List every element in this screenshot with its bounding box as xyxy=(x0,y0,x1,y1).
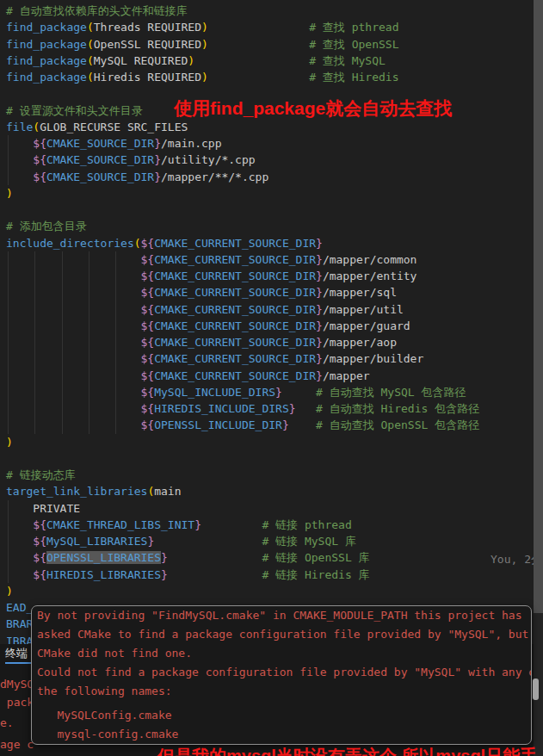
code-token: /mapper xyxy=(323,369,370,382)
code-token: } xyxy=(316,352,323,365)
code-line: ${CMAKE_CURRENT_SOURCE_DIR}/mapper/commo… xyxy=(6,251,479,268)
hand-annotation-mysql: 但是我的mysql当时没有弄这个,所以mysql只能手 动引入 xyxy=(157,698,537,756)
code-token: ${ xyxy=(33,170,46,183)
code-line: ${CMAKE_SOURCE_DIR}/mapper/**/*.cpp xyxy=(6,169,479,185)
code-token: ( xyxy=(87,21,94,34)
code-token: # 链接 MySQL 库 xyxy=(262,535,355,548)
code-token: ${ xyxy=(141,418,155,431)
code-token: ${ xyxy=(141,253,155,266)
code-token: ${ xyxy=(33,518,46,531)
code-line: find_package(OpenSSL REQUIRED) # 查找 Open… xyxy=(6,36,479,53)
code-token: ${ xyxy=(33,137,46,150)
code-token xyxy=(296,402,316,415)
code-line: find_package(Threads REQUIRED) # 查找 pthr… xyxy=(6,19,479,35)
code-token: MySQL_LIBRARIES xyxy=(46,535,147,548)
code-token: ( xyxy=(87,71,94,84)
code-line: ${CMAKE_CURRENT_SOURCE_DIR}/mapper/guard xyxy=(6,318,479,334)
code-token: ${ xyxy=(33,568,46,581)
indent-guide xyxy=(62,251,63,434)
terminal-output-fragment: pack xyxy=(0,695,34,710)
code-token: # 查找 OpenSSL xyxy=(309,38,398,51)
code-token xyxy=(6,270,141,282)
code-line: ${OPENSSL_LIBRARIES} # 链接 OpenSSL 库 xyxy=(6,549,479,566)
code-token: CMAKE_CURRENT_SOURCE_DIR xyxy=(154,352,316,365)
code-token: CMAKE_CURRENT_SOURCE_DIR xyxy=(154,336,316,349)
tab-active-underline xyxy=(5,662,34,664)
code-token: # 链接 pthread xyxy=(262,518,351,531)
code-token xyxy=(6,386,141,399)
code-token xyxy=(6,319,141,332)
code-token: CMAKE_CURRENT_SOURCE_DIR xyxy=(154,369,316,382)
code-line: # 自动查找依赖库的头文件和链接库 xyxy=(6,3,479,19)
code-token: /mapper/common xyxy=(323,253,417,266)
indent-guide xyxy=(34,251,35,434)
code-token xyxy=(194,54,309,67)
code-token: main xyxy=(154,485,181,498)
code-token: CMAKE_CURRENT_SOURCE_DIR xyxy=(154,253,316,266)
code-token: EAD_ xyxy=(6,601,33,614)
code-token xyxy=(208,38,309,51)
code-token xyxy=(289,418,316,431)
editor-scrollbar-thumb[interactable] xyxy=(534,0,543,613)
terminal-output-fragment: age c xyxy=(0,737,34,753)
code-token: ${ xyxy=(141,286,155,299)
popup-paragraph: Could not find a package configuration f… xyxy=(37,663,531,701)
code-token: Threads REQUIRED xyxy=(94,21,201,34)
code-token: ${ xyxy=(141,237,155,250)
code-line: ${MySQL_LIBRARIES} # 链接 MySQL 库 xyxy=(6,533,479,549)
code-token: GLOB_RECURSE SRC_FILES xyxy=(40,121,188,133)
code-line: target_link_libraries(main xyxy=(6,483,479,499)
code-token: # 查找 MySQL xyxy=(309,54,386,67)
code-token: # 自动查找 Hiredis 包含路径 xyxy=(316,402,479,415)
popup-line: asked CMake to find a package configurat… xyxy=(37,625,531,644)
hand-annotation-mysql-line1: 但是我的mysql当时没有弄这个,所以mysql只能手 xyxy=(157,745,537,756)
code-token: ) xyxy=(201,71,208,84)
code-token: # 自动查找依赖库的头文件和链接库 xyxy=(6,4,188,17)
code-token: } xyxy=(316,319,323,332)
code-token: /mapper/entity xyxy=(323,270,417,282)
code-token xyxy=(6,369,141,382)
code-token: PRIVATE xyxy=(6,502,80,515)
code-line: ${CMAKE_CURRENT_SOURCE_DIR}/mapper/aop xyxy=(6,334,479,350)
code-token: /mapper/util xyxy=(323,303,404,316)
code-token: } xyxy=(275,386,282,399)
code-token: CMAKE_CURRENT_SOURCE_DIR xyxy=(154,319,316,332)
code-token: ${ xyxy=(141,336,155,349)
code-token: /mapper/sql xyxy=(323,286,397,299)
indent-guide xyxy=(89,251,89,434)
code-token xyxy=(6,568,33,581)
code-token: file xyxy=(6,121,33,133)
code-token: } xyxy=(316,369,323,382)
code-token: OPENSSL_LIBRARIES xyxy=(46,551,161,564)
code-token: /mapper/aop xyxy=(323,336,397,349)
code-token: ) xyxy=(201,38,208,51)
code-line: ${CMAKE_CURRENT_SOURCE_DIR}/mapper xyxy=(6,368,479,384)
indent-guide xyxy=(8,251,9,434)
code-token: } xyxy=(154,137,161,150)
panel-scrollbar-thumb[interactable] xyxy=(533,679,539,700)
code-token: /main.cpp xyxy=(161,137,221,150)
code-token: find_package xyxy=(6,21,87,34)
code-token: ( xyxy=(87,38,94,51)
code-token: # 查找 Hiredis xyxy=(309,71,398,84)
code-token: HIREDIS_LIBRARIES xyxy=(46,568,161,581)
code-token: } xyxy=(161,568,168,581)
code-token: MySQL_INCLUDE_DIRS xyxy=(154,386,275,399)
code-token: ) xyxy=(6,187,13,200)
code-token: ${ xyxy=(33,551,46,564)
code-token: # 设置源文件和头文件目录 xyxy=(6,104,143,117)
code-token: /mapper/builder xyxy=(323,352,423,365)
code-token: } xyxy=(289,402,296,415)
code-token: # 链接 OpenSSL 库 xyxy=(262,551,369,564)
code-token: } xyxy=(316,253,323,266)
code-token xyxy=(154,535,262,548)
indent-guide xyxy=(8,500,9,583)
code-line: ) xyxy=(6,434,479,450)
code-token: CMAKE_CURRENT_SOURCE_DIR xyxy=(154,270,316,282)
code-line: ${CMAKE_CURRENT_SOURCE_DIR}/mapper/util xyxy=(6,301,479,318)
tab-terminal[interactable]: 终端 xyxy=(5,646,34,664)
code-token xyxy=(201,518,262,531)
code-token xyxy=(168,551,262,564)
code-line: find_package(Hiredis REQUIRED) # 查找 Hire… xyxy=(6,69,479,85)
code-line: ${CMAKE_CURRENT_SOURCE_DIR}/mapper/build… xyxy=(6,350,479,367)
